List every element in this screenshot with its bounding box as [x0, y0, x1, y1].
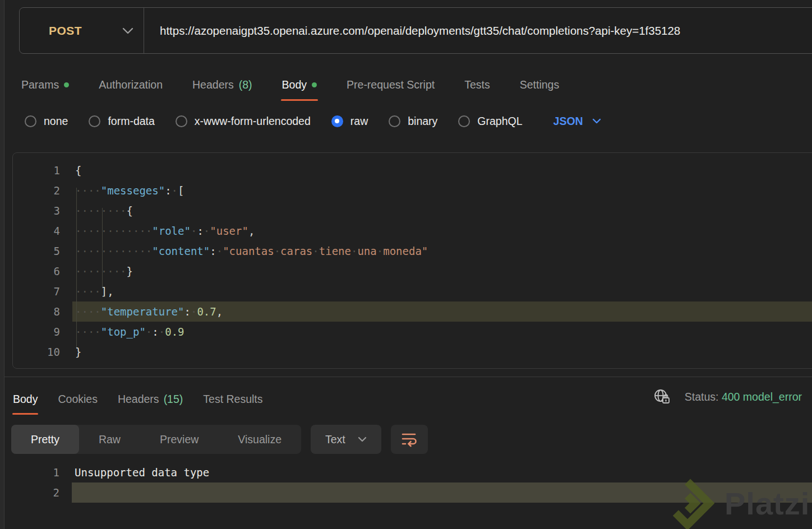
- code-content: ············"content":·"cuantas·caras·ti…: [60, 241, 428, 261]
- code-segment: "content": [152, 245, 210, 257]
- code-segment: :: [210, 245, 216, 257]
- body-mode-raw[interactable]: raw: [331, 115, 368, 128]
- tab-label: Tests: [464, 78, 490, 91]
- tab-pre-request-script[interactable]: Pre-request Script: [345, 67, 436, 102]
- tab-tests[interactable]: Tests: [463, 67, 491, 102]
- view-raw[interactable]: Raw: [79, 425, 140, 454]
- tab-body[interactable]: Body: [281, 67, 318, 102]
- radio-label: GraphQL: [477, 115, 522, 128]
- tab-label: Cookies: [58, 393, 97, 406]
- line-number: 10: [13, 342, 60, 362]
- radio-button[interactable]: [458, 115, 470, 127]
- code-line: 6········}: [13, 261, 812, 281]
- response-tab-headers[interactable]: Headers(15): [117, 384, 183, 414]
- code-segment: ],: [101, 285, 114, 298]
- body-mode-graphql[interactable]: GraphQL: [458, 115, 522, 128]
- body-mode-x-www-form-urlencoded[interactable]: x-www-form-urlencoded: [176, 115, 311, 128]
- view-segments: PrettyRawPreviewVisualize: [11, 425, 301, 454]
- view-visualize[interactable]: Visualize: [218, 425, 301, 454]
- chevron-down-icon: [358, 437, 367, 442]
- line-number: 3: [13, 201, 60, 221]
- response-tab-test-results[interactable]: Test Results: [202, 384, 263, 414]
- section-divider: [4, 377, 812, 377]
- format-label: Text: [325, 433, 345, 446]
- response-tab-cookies[interactable]: Cookies: [57, 384, 98, 414]
- status-value: 400 model_error: [722, 391, 802, 403]
- tab-label: Authorization: [99, 78, 163, 91]
- code-segment: ,: [248, 225, 255, 237]
- body-mode-binary[interactable]: binary: [389, 115, 437, 128]
- radio-button[interactable]: [389, 115, 400, 127]
- tab-label: Headers: [192, 78, 234, 91]
- code-line: 2····"messeges":·[: [13, 180, 812, 201]
- code-content: ········}: [60, 261, 133, 281]
- tab-settings[interactable]: Settings: [519, 67, 560, 102]
- body-mode-none[interactable]: none: [25, 115, 68, 128]
- method-selector[interactable]: POST: [20, 8, 144, 53]
- code-segment: ········: [75, 205, 127, 217]
- code-segment: ·: [216, 245, 223, 257]
- response-tab-body[interactable]: Body: [12, 384, 38, 414]
- code-segment: [: [178, 184, 184, 197]
- radio-button[interactable]: [331, 115, 343, 127]
- line-number: 2: [12, 482, 59, 503]
- code-segment: ····: [75, 184, 101, 197]
- code-segment: ············: [75, 225, 152, 237]
- code-segment: "cuantas: [223, 245, 274, 257]
- response-text: Unsupported data type: [59, 462, 209, 482]
- code-segment: "role": [152, 225, 191, 237]
- code-segment: ·: [159, 326, 165, 338]
- tab-params[interactable]: Params: [20, 67, 70, 102]
- request-body-editor[interactable]: 1{2····"messeges":·[3········{4·········…: [12, 152, 812, 369]
- code-content: ········{: [60, 201, 133, 221]
- response-body[interactable]: 1Unsupported data type2: [12, 462, 812, 503]
- tab-label: Test Results: [203, 393, 262, 406]
- tab-label: Headers: [118, 393, 159, 406]
- code-segment: ·: [274, 245, 280, 257]
- code-content: }: [60, 342, 81, 362]
- response-tabs: BodyCookiesHeaders(15)Test Results: [12, 384, 264, 414]
- radio-button[interactable]: [89, 115, 100, 127]
- radio-button[interactable]: [176, 115, 187, 127]
- code-segment: ·: [191, 225, 197, 237]
- code-content: ····],: [60, 281, 114, 301]
- radio-label: binary: [408, 115, 437, 128]
- code-line: 9····"top_p"·:·0.9: [13, 322, 812, 342]
- format-dropdown[interactable]: Text: [311, 425, 381, 454]
- tab-label: Params: [21, 78, 59, 91]
- globe-lock-icon: [653, 388, 670, 405]
- status-text: Status: 400 model_error: [685, 391, 802, 403]
- url-input[interactable]: https://azopenaigpt35.openai.azure.com/o…: [144, 8, 812, 53]
- tab-headers[interactable]: Headers(8): [191, 67, 253, 102]
- code-segment: ····: [75, 326, 101, 338]
- chevron-down-icon: [592, 118, 601, 124]
- tab-count: (15): [164, 393, 183, 406]
- response-line: 2: [12, 482, 812, 503]
- wrap-lines-icon: [401, 431, 418, 447]
- wrap-lines-button[interactable]: [391, 425, 428, 454]
- view-preview[interactable]: Preview: [140, 425, 218, 454]
- code-segment: tiene: [319, 245, 351, 257]
- code-segment: :: [197, 225, 203, 237]
- code-segment: ········: [75, 265, 127, 277]
- code-segment: 0.9: [165, 326, 184, 338]
- body-mode-row: noneform-datax-www-form-urlencodedrawbin…: [25, 109, 601, 133]
- code-segment: ·: [312, 245, 319, 257]
- tab-authorization[interactable]: Authorization: [98, 67, 164, 102]
- tab-label: Pre-request Script: [347, 78, 435, 91]
- code-segment: }: [75, 346, 81, 358]
- code-segment: "user": [210, 225, 248, 237]
- code-segment: "top_p": [101, 326, 146, 338]
- response-line: 1Unsupported data type: [12, 462, 812, 482]
- language-dropdown[interactable]: JSON: [553, 115, 601, 128]
- panel-edge: [0, 0, 4, 529]
- code-line: 5············"content":·"cuantas·caras·t…: [13, 241, 812, 261]
- radio-button[interactable]: [25, 115, 36, 127]
- code-line: 1{: [13, 160, 812, 180]
- view-pretty[interactable]: Pretty: [11, 425, 79, 454]
- body-mode-form-data[interactable]: form-data: [89, 115, 154, 128]
- tab-label: Body: [13, 393, 38, 406]
- line-number: 1: [13, 160, 60, 180]
- status-area: Status: 400 model_error: [653, 384, 802, 409]
- url-bar: POST https://azopenaigpt35.openai.azure.…: [19, 7, 812, 54]
